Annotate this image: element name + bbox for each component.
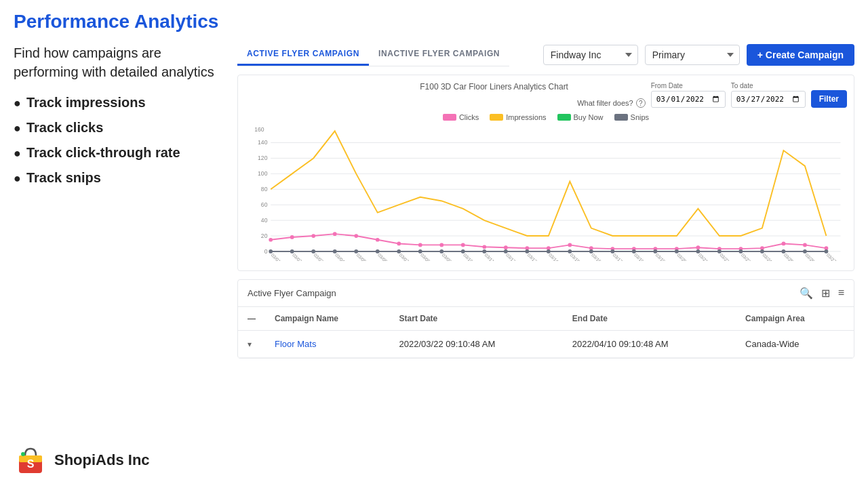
campaign-name-cell: Floor Mats — [265, 331, 390, 358]
table-section: Active Flyer Campaign 🔍 ⊞ ≡ — Campaign — [237, 279, 854, 359]
svg-text:03/08/2022: 03/08/2022 — [420, 252, 439, 261]
col-end-date: End Date — [563, 307, 736, 331]
svg-text:03/18/2022: 03/18/2022 — [633, 252, 653, 261]
legend-buynow: Buy Now — [557, 113, 604, 121]
top-toolbar: ACTIVE FLYER CAMPAIGN INACTIVE FLYER CAM… — [237, 43, 854, 66]
svg-text:03/03/2022: 03/03/2022 — [313, 252, 333, 261]
svg-text:03/07/2022: 03/07/2022 — [399, 252, 418, 261]
campaign-area-cell: Canada-Wide — [736, 331, 854, 358]
start-date-cell: 2022/03/22 09:10:48 AM — [390, 331, 563, 358]
from-date-label: From Date — [651, 82, 726, 89]
svg-point-73 — [311, 249, 315, 253]
tab-active-flyer[interactable]: ACTIVE FLYER CAMPAIGN — [237, 43, 369, 66]
search-icon[interactable]: 🔍 — [800, 287, 813, 300]
svg-point-97 — [825, 249, 829, 253]
page-title: Performance Analytics — [14, 11, 854, 33]
help-icon[interactable]: ? — [636, 98, 646, 108]
svg-text:140: 140 — [258, 139, 268, 146]
svg-point-93 — [739, 249, 743, 253]
chart-svg-wrapper: 0 20 40 60 80 100 120 140 160 03/0 — [245, 125, 847, 264]
svg-point-44 — [269, 238, 273, 242]
svg-text:03/06/2022: 03/06/2022 — [377, 252, 397, 261]
svg-point-50 — [397, 242, 401, 246]
company-dropdown[interactable]: Findway Inc — [543, 45, 638, 65]
svg-point-64 — [696, 245, 701, 249]
svg-point-75 — [354, 249, 358, 253]
svg-text:03/19/2022: 03/19/2022 — [655, 252, 675, 261]
svg-point-51 — [418, 243, 422, 247]
svg-point-69 — [803, 243, 807, 247]
chart-container: F100 3D Car Floor Liners Analytics Chart… — [237, 75, 854, 271]
svg-point-52 — [439, 243, 443, 247]
table-icons: 🔍 ⊞ ≡ — [800, 287, 844, 300]
svg-text:03/24/2022: 03/24/2022 — [762, 252, 781, 261]
filter-button[interactable]: Filter — [811, 90, 847, 108]
svg-point-90 — [675, 249, 679, 253]
legend-snips: Snips — [614, 113, 650, 121]
svg-point-72 — [290, 249, 294, 253]
svg-point-78 — [418, 249, 422, 253]
svg-point-84 — [547, 249, 551, 253]
chart-legend: Clicks Impressions Buy Now Snips — [245, 113, 847, 121]
to-date-input[interactable] — [731, 91, 806, 108]
feature-list: Track impressions Track clicks Track cli… — [14, 95, 224, 186]
legend-clicks: Clicks — [443, 113, 479, 121]
row-expand-btn[interactable]: ▾ — [238, 331, 265, 358]
svg-point-94 — [760, 249, 764, 253]
table-title: Active Flyer Campaign — [248, 288, 800, 298]
svg-point-80 — [461, 249, 465, 253]
feature-item-ctr: Track click-through rate — [14, 145, 224, 161]
minus-icon: — — [248, 314, 256, 323]
svg-text:03/23/2022: 03/23/2022 — [741, 252, 760, 261]
tab-inactive-flyer[interactable]: INACTIVE FLYER CAMPAIGN — [369, 43, 509, 66]
left-panel: Find how campaigns are performing with d… — [14, 43, 224, 435]
svg-text:03/11/2022: 03/11/2022 — [484, 252, 504, 261]
from-date-input[interactable] — [651, 91, 726, 108]
analytics-chart: 0 20 40 60 80 100 120 140 160 03/0 — [245, 125, 847, 261]
table-header-row: — Campaign Name Start Date End Date Camp… — [238, 307, 854, 331]
svg-text:03/02/2022: 03/02/2022 — [292, 252, 311, 261]
create-campaign-button[interactable]: + Create Campaign — [747, 44, 854, 66]
svg-point-77 — [397, 249, 401, 253]
svg-point-58 — [568, 243, 572, 247]
svg-point-68 — [782, 242, 786, 246]
feature-item-snips: Track snips — [14, 170, 224, 186]
filter-icon[interactable]: ≡ — [838, 287, 844, 300]
shopiads-logo-icon: S — [14, 443, 47, 477]
svg-text:100: 100 — [258, 170, 268, 177]
snips-swatch — [614, 114, 628, 121]
svg-text:03/01/2022: 03/01/2022 — [270, 252, 290, 261]
svg-text:03/13/2022: 03/13/2022 — [527, 252, 547, 261]
svg-point-54 — [482, 245, 486, 249]
svg-text:03/14/2022: 03/14/2022 — [548, 252, 568, 261]
svg-point-49 — [376, 238, 380, 242]
campaigns-table: — Campaign Name Start Date End Date Camp… — [238, 307, 854, 358]
svg-point-47 — [333, 232, 337, 236]
campaign-link[interactable]: Floor Mats — [275, 339, 316, 349]
feature-item-clicks: Track clicks — [14, 120, 224, 136]
svg-point-85 — [568, 249, 572, 253]
svg-point-88 — [632, 249, 636, 253]
svg-text:03/09/2022: 03/09/2022 — [441, 252, 461, 261]
filter-info: What filter does? ? — [577, 98, 646, 108]
svg-point-92 — [717, 249, 722, 253]
svg-text:03/16/2022: 03/16/2022 — [591, 252, 610, 261]
svg-point-95 — [782, 249, 786, 253]
grid-icon[interactable]: ⊞ — [821, 287, 830, 300]
svg-point-53 — [461, 243, 465, 247]
col-campaign-name: Campaign Name — [265, 307, 390, 331]
svg-point-101 — [21, 452, 25, 456]
svg-text:40: 40 — [261, 217, 268, 224]
svg-point-87 — [610, 249, 614, 253]
filter-label: What filter does? — [577, 99, 633, 107]
svg-point-83 — [525, 249, 529, 253]
logo-text: ShopiAds Inc — [54, 451, 150, 469]
feature-item-impressions: Track impressions — [14, 95, 224, 110]
svg-point-81 — [482, 249, 486, 253]
col-campaign-area: Campaign Area — [736, 307, 854, 331]
col-expand: — — [238, 307, 265, 331]
type-dropdown[interactable]: Primary — [645, 45, 740, 65]
svg-text:S: S — [27, 458, 35, 470]
svg-point-71 — [269, 249, 273, 253]
svg-text:03/27/2022: 03/27/2022 — [826, 252, 846, 261]
